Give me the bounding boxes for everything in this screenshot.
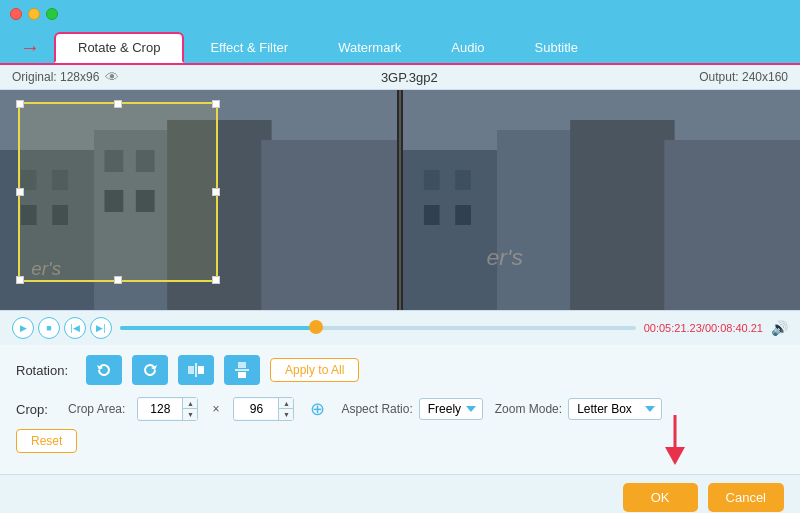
next-frame-button[interactable]: ▶| bbox=[90, 317, 112, 339]
minimize-button[interactable] bbox=[28, 8, 40, 20]
height-spinners: ▲ ▼ bbox=[278, 398, 293, 420]
zoom-mode-label: Zoom Mode: bbox=[495, 402, 562, 416]
svg-rect-25 bbox=[198, 366, 204, 374]
x-separator: × bbox=[212, 402, 219, 416]
crop-handle-rm[interactable] bbox=[212, 188, 220, 196]
preview-area: er's bbox=[0, 90, 800, 310]
zoom-mode-select[interactable]: Letter Box Pan & Scan Full bbox=[568, 398, 662, 420]
aspect-ratio-label: Aspect Ratio: bbox=[341, 402, 412, 416]
progress-thumb[interactable] bbox=[309, 320, 323, 334]
svg-text:er's: er's bbox=[487, 245, 523, 269]
time-display: 00:05:21.23/00:08:40.21 bbox=[644, 322, 763, 334]
stop-button[interactable]: ■ bbox=[38, 317, 60, 339]
aspect-ratio-group: Aspect Ratio: Freely 16:9 4:3 1:1 bbox=[341, 398, 482, 420]
original-label: Original: 128x96 👁 bbox=[12, 69, 119, 85]
svg-rect-28 bbox=[238, 372, 246, 378]
width-spinners: ▲ ▼ bbox=[182, 398, 197, 420]
svg-rect-24 bbox=[188, 366, 194, 374]
arrow-icon: → bbox=[20, 36, 40, 59]
crop-label: Crop: bbox=[16, 402, 56, 417]
tab-effect-filter[interactable]: Effect & Filter bbox=[186, 32, 312, 63]
rotate-left-button[interactable] bbox=[86, 355, 122, 385]
center-crop-icon[interactable]: ⊕ bbox=[310, 398, 325, 420]
volume-icon[interactable]: 🔊 bbox=[771, 320, 788, 336]
original-size: Original: 128x96 bbox=[12, 70, 99, 84]
close-button[interactable] bbox=[10, 8, 22, 20]
reset-button[interactable]: Reset bbox=[16, 429, 77, 453]
left-preview-panel: er's bbox=[0, 90, 397, 310]
output-label: Output: 240x160 bbox=[699, 70, 788, 84]
fullscreen-button[interactable] bbox=[46, 8, 58, 20]
flip-v-icon bbox=[233, 361, 251, 379]
crop-height-input-group: ▲ ▼ bbox=[233, 397, 294, 421]
rotate-right-icon bbox=[141, 361, 159, 379]
prev-frame-button[interactable]: |◀ bbox=[64, 317, 86, 339]
height-up-button[interactable]: ▲ bbox=[279, 398, 293, 409]
tab-watermark[interactable]: Watermark bbox=[314, 32, 425, 63]
right-preview-panel: er's bbox=[403, 90, 800, 310]
svg-rect-19 bbox=[424, 170, 440, 190]
crop-handle-br[interactable] bbox=[212, 276, 220, 284]
cancel-button[interactable]: Cancel bbox=[708, 483, 784, 512]
svg-rect-20 bbox=[455, 170, 471, 190]
crop-area-label: Crop Area: bbox=[68, 402, 125, 416]
file-name: 3GP.3gp2 bbox=[381, 70, 438, 85]
crop-handle-tr[interactable] bbox=[212, 100, 220, 108]
current-time: 00:05:21.23 bbox=[644, 322, 702, 334]
crop-handle-lm[interactable] bbox=[16, 188, 24, 196]
tab-subtitle[interactable]: Subtitle bbox=[511, 32, 602, 63]
crop-handle-bm[interactable] bbox=[114, 276, 122, 284]
traffic-lights bbox=[10, 8, 58, 20]
crop-width-input[interactable] bbox=[138, 399, 182, 419]
svg-rect-18 bbox=[664, 140, 800, 310]
bottom-bar: OK Cancel bbox=[0, 474, 800, 513]
tab-audio[interactable]: Audio bbox=[427, 32, 508, 63]
progress-bar[interactable] bbox=[120, 326, 636, 330]
rotation-label: Rotation: bbox=[16, 363, 76, 378]
crop-height-input[interactable] bbox=[234, 399, 278, 419]
svg-rect-21 bbox=[424, 205, 440, 225]
panel-divider bbox=[399, 90, 401, 310]
flip-h-button[interactable] bbox=[178, 355, 214, 385]
play-button[interactable]: ▶ bbox=[12, 317, 34, 339]
zoom-mode-group: Zoom Mode: Letter Box Pan & Scan Full bbox=[495, 398, 662, 420]
crop-width-input-group: ▲ ▼ bbox=[137, 397, 198, 421]
crop-overlay[interactable] bbox=[18, 102, 218, 282]
width-down-button[interactable]: ▼ bbox=[183, 409, 197, 420]
crop-handle-bl[interactable] bbox=[16, 276, 24, 284]
crop-handle-tm[interactable] bbox=[114, 100, 122, 108]
flip-h-icon bbox=[187, 361, 205, 379]
rotate-left-icon bbox=[95, 361, 113, 379]
rotate-right-button[interactable] bbox=[132, 355, 168, 385]
timeline-controls: ▶ ■ |◀ ▶| bbox=[12, 317, 112, 339]
crop-handle-tl[interactable] bbox=[16, 100, 24, 108]
down-arrow-svg bbox=[660, 415, 690, 465]
aspect-ratio-select[interactable]: Freely 16:9 4:3 1:1 bbox=[419, 398, 483, 420]
tab-rotate-crop[interactable]: Rotate & Crop bbox=[54, 32, 184, 63]
svg-rect-16 bbox=[497, 130, 581, 310]
total-time: 00:08:40.21 bbox=[705, 322, 763, 334]
timeline-area: ▶ ■ |◀ ▶| 00:05:21.23/00:08:40.21 🔊 bbox=[0, 310, 800, 345]
svg-rect-4 bbox=[261, 140, 397, 310]
svg-rect-17 bbox=[570, 120, 674, 310]
ok-button[interactable]: OK bbox=[623, 483, 698, 512]
title-bar bbox=[0, 0, 800, 28]
tab-bar: → Rotate & Crop Effect & Filter Watermar… bbox=[0, 28, 800, 65]
left-video: er's bbox=[0, 90, 397, 310]
width-up-button[interactable]: ▲ bbox=[183, 398, 197, 409]
svg-rect-22 bbox=[455, 205, 471, 225]
progress-fill bbox=[120, 326, 316, 330]
preview-header: Original: 128x96 👁 3GP.3gp2 Output: 240x… bbox=[0, 65, 800, 90]
arrow-annotation bbox=[660, 415, 690, 465]
height-down-button[interactable]: ▼ bbox=[279, 409, 293, 420]
main-content: Original: 128x96 👁 3GP.3gp2 Output: 240x… bbox=[0, 65, 800, 513]
flip-v-button[interactable] bbox=[224, 355, 260, 385]
rotation-row: Rotation: bbox=[16, 355, 784, 385]
svg-rect-27 bbox=[238, 362, 246, 368]
svg-marker-31 bbox=[665, 447, 685, 465]
eye-icon[interactable]: 👁 bbox=[105, 69, 119, 85]
apply-all-button[interactable]: Apply to All bbox=[270, 358, 359, 382]
